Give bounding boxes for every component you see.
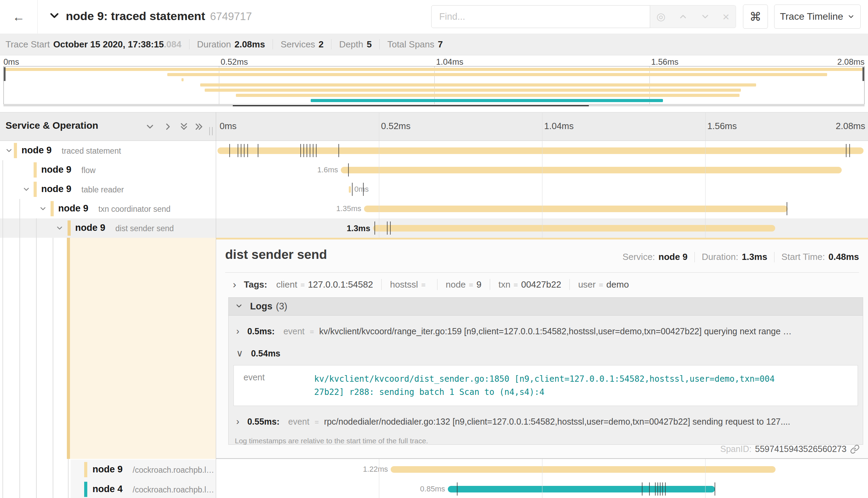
minimap-span-bar bbox=[311, 99, 663, 102]
timeline-main: Service & Operation 0ms 0.52ms 1.04ms 1.… bbox=[0, 111, 868, 498]
span-name-row-txn-coordinator-send[interactable]: node 9 txn coordinator send bbox=[0, 199, 216, 218]
focus-match-icon[interactable]: ◎ bbox=[656, 11, 665, 22]
minimap-scroll-track[interactable] bbox=[3, 105, 865, 106]
tags-toggle-row[interactable]: › Tags: client=127.0.0.1:54582 hostssl= … bbox=[233, 279, 629, 290]
column-divider[interactable] bbox=[216, 112, 216, 498]
minimap-span-bar bbox=[167, 73, 827, 76]
find-input[interactable] bbox=[432, 6, 650, 28]
span-duration-label: 1.3ms bbox=[315, 224, 370, 233]
divider bbox=[225, 272, 859, 273]
divider bbox=[189, 39, 189, 49]
timeline-tick: 1.56ms bbox=[707, 121, 737, 132]
span-operation: /cockroach.roachpb.l… bbox=[133, 485, 214, 495]
minimap-viewport[interactable] bbox=[3, 66, 865, 105]
selected-span-accent-block bbox=[70, 238, 216, 459]
log-field-value: rpc/nodedialer/nodedialer.go:132 [n9,cli… bbox=[324, 417, 790, 426]
span-name-row-node9-roachpb[interactable]: node 9 /cockroach.roachpb.l… bbox=[0, 460, 216, 479]
chevron-right-icon: › bbox=[233, 279, 236, 290]
prev-result-icon[interactable] bbox=[678, 12, 688, 21]
span-duration-bar[interactable] bbox=[373, 225, 775, 232]
jaeger-trace-view: ← node 9: traced statement6749717 ◎ × ⌘ … bbox=[0, 0, 868, 498]
divider bbox=[490, 279, 490, 290]
chevron-down-icon[interactable] bbox=[22, 185, 30, 195]
spanid-row: SpanID: 5597415943526560273 bbox=[720, 444, 860, 454]
minimap-right-scrubber[interactable] bbox=[862, 67, 864, 81]
divider bbox=[437, 279, 437, 290]
minimap-tick: 0.52ms bbox=[221, 57, 248, 67]
logs-header[interactable]: Logs (3) bbox=[229, 298, 863, 316]
find-controls: ◎ × bbox=[650, 5, 736, 28]
link-icon[interactable] bbox=[850, 444, 860, 454]
span-name-row-dist-sender-send[interactable]: node 9 dist sender send bbox=[0, 218, 216, 238]
minimap-span-bar bbox=[200, 83, 756, 87]
span-color-bar bbox=[68, 220, 71, 236]
keyboard-shortcuts-button[interactable]: ⌘ bbox=[743, 4, 768, 29]
chevron-right-icon: › bbox=[236, 416, 239, 427]
chevron-down-icon[interactable] bbox=[5, 146, 13, 156]
log-row-2-detail: event kv/kvclient/kvcoord/dist_sender.go… bbox=[233, 365, 858, 406]
detail-meta: Service: node 9 Duration: 1.3ms Start Ti… bbox=[622, 252, 859, 262]
timeline-tick: 2.08ms bbox=[836, 121, 865, 132]
log-field-value: kv/kvclient/kvcoord/dist_sender.go:1850 … bbox=[314, 372, 778, 399]
service-value: node 9 bbox=[658, 252, 688, 262]
minimap-tick: 2.08ms bbox=[837, 57, 865, 67]
tag-txn: txn=00427b22 bbox=[498, 279, 561, 290]
span-service: node 9 bbox=[75, 223, 105, 233]
span-service: node 9 bbox=[92, 464, 123, 475]
span-color-bar bbox=[34, 162, 37, 178]
trace-minimap: 0ms 0.52ms 1.04ms 1.56ms 2.08ms bbox=[0, 55, 868, 111]
log-row-2-header[interactable]: ∨ 0.54ms bbox=[236, 348, 863, 359]
span-service: node 9 bbox=[41, 184, 71, 194]
span-duration-bar[interactable] bbox=[391, 466, 776, 473]
span-service: node 9 bbox=[41, 164, 71, 175]
span-operation: dist sender send bbox=[115, 224, 174, 233]
view-selector-label: Trace Timeline bbox=[780, 11, 843, 22]
find-input-wrap bbox=[431, 5, 650, 28]
collapse-all-icon[interactable] bbox=[179, 121, 189, 133]
minimap-span-bar bbox=[236, 94, 739, 97]
tag-node: node=9 bbox=[446, 279, 481, 290]
chevron-down-icon[interactable] bbox=[39, 205, 47, 214]
back-button[interactable]: ← bbox=[0, 0, 38, 34]
span-duration-bar[interactable] bbox=[341, 167, 842, 173]
start-time-value: 0.48ms bbox=[829, 252, 859, 262]
selected-span-accent-strip bbox=[67, 238, 70, 459]
span-name-row-flow[interactable]: node 9 flow bbox=[0, 160, 216, 180]
find-bar: ◎ × bbox=[431, 5, 736, 28]
span-duration-bar[interactable] bbox=[218, 147, 863, 154]
next-result-icon[interactable] bbox=[700, 12, 710, 21]
span-duration-bar[interactable] bbox=[364, 206, 788, 212]
span-duration-bar[interactable] bbox=[448, 486, 715, 492]
trace-depth: Depth 5 bbox=[339, 39, 372, 50]
log-row-3[interactable]: › 0.55ms: event = rpc/nodedialer/nodedia… bbox=[236, 416, 852, 427]
expand-one-icon[interactable] bbox=[163, 121, 173, 133]
trace-name: node 9: traced statement bbox=[66, 9, 205, 22]
trace-title-collapse-toggle[interactable] bbox=[48, 9, 61, 24]
tag-user: user=demo bbox=[578, 279, 629, 290]
clear-search-icon[interactable]: × bbox=[723, 11, 729, 22]
minimap-span-bar bbox=[181, 78, 184, 81]
divider bbox=[379, 39, 380, 49]
span-duration-bar[interactable] bbox=[349, 186, 351, 193]
log-row-1[interactable]: › 0.5ms: event = kv/kvclient/kvcoord/ran… bbox=[236, 326, 852, 337]
trace-summary-bar: Trace Start October 15 2020, 17:38:15.08… bbox=[0, 34, 868, 55]
span-name-row-traced-statement[interactable]: node 9 traced statement bbox=[0, 141, 216, 160]
tag-client: client=127.0.0.1:54582 bbox=[276, 279, 373, 290]
trace-id: 6749717 bbox=[210, 10, 252, 22]
chevron-down-icon: ∨ bbox=[236, 348, 243, 359]
minimap-scroll-thumb[interactable] bbox=[233, 105, 589, 106]
span-operation: table reader bbox=[81, 185, 124, 194]
span-name-row-table-reader[interactable]: node 9 table reader bbox=[0, 180, 216, 199]
collapse-one-icon[interactable] bbox=[145, 121, 155, 133]
divider bbox=[774, 252, 774, 262]
span-color-bar bbox=[84, 462, 87, 477]
chevron-down-icon[interactable] bbox=[55, 224, 64, 234]
span-detail-panel: dist sender send Service: node 9 Duratio… bbox=[216, 238, 868, 459]
span-name-row-node4-roachpb[interactable]: node 4 /cockroach.roachpb.l… bbox=[0, 479, 216, 498]
column-resize-grip[interactable] bbox=[209, 127, 213, 135]
minimap-left-scrubber[interactable] bbox=[4, 67, 6, 81]
indent-guide bbox=[19, 199, 20, 498]
expand-all-icon[interactable] bbox=[194, 121, 204, 133]
trace-view-selector[interactable]: Trace Timeline bbox=[774, 4, 861, 29]
detail-top-accent bbox=[216, 238, 868, 239]
